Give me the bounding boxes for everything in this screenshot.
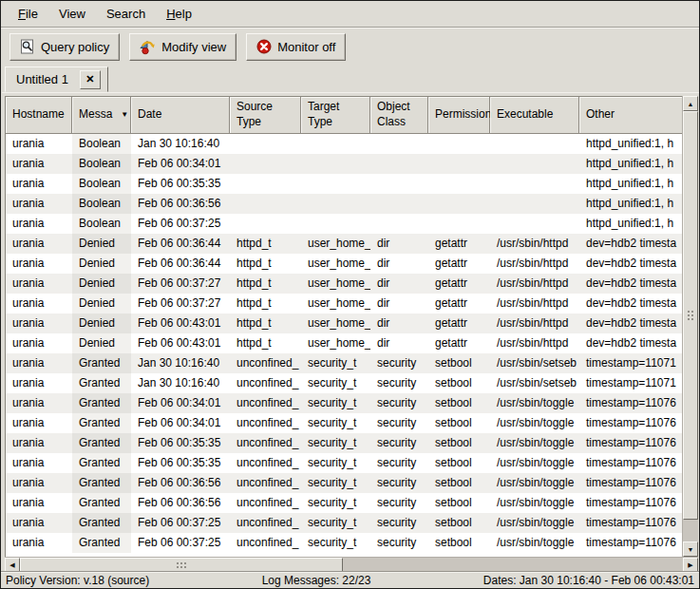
menu-search[interactable]: Search xyxy=(96,3,156,25)
table-cell: setbool xyxy=(428,453,490,473)
column-header-hostname[interactable]: Hostname xyxy=(6,97,72,133)
table-cell: urania xyxy=(6,154,72,174)
modify-view-button[interactable]: Modify view xyxy=(129,33,236,61)
vertical-scrollbar[interactable]: ▲ ▼ xyxy=(682,96,698,557)
menu-view[interactable]: View xyxy=(48,3,96,25)
table-row[interactable]: uraniaDeniedFeb 06 00:37:27httpd_tuser_h… xyxy=(6,274,682,294)
column-header-other[interactable]: Other xyxy=(579,97,682,133)
column-header-messa[interactable]: Messa▼ xyxy=(72,97,131,133)
table-cell: urania xyxy=(6,214,72,234)
table-row[interactable]: uraniaGrantedJan 30 10:16:40unconfined_s… xyxy=(6,373,682,393)
table-cell: unconfined_ xyxy=(230,373,301,393)
vertical-scroll-thumb[interactable] xyxy=(683,111,698,520)
table-row[interactable]: uraniaDeniedFeb 06 00:43:01httpd_tuser_h… xyxy=(6,333,682,353)
scroll-up-button[interactable]: ▲ xyxy=(683,96,698,111)
column-header-permission[interactable]: Permission xyxy=(428,97,490,133)
table-cell: /usr/sbin/toggle xyxy=(490,473,579,493)
column-header-date[interactable]: Date xyxy=(131,97,230,133)
table-cell: urania xyxy=(6,493,72,513)
table-row[interactable]: uraniaGrantedJan 30 10:16:40unconfined_s… xyxy=(6,353,682,373)
menu-help[interactable]: Help xyxy=(156,3,202,25)
table-cell: dir xyxy=(370,333,428,353)
table-row[interactable]: uraniaGrantedFeb 06 00:37:25unconfined_s… xyxy=(6,533,682,553)
column-header-label: Target Type xyxy=(308,100,339,129)
table-cell xyxy=(490,214,579,234)
table-cell: /usr/sbin/httpd xyxy=(490,274,579,294)
table-cell: getattr xyxy=(428,274,490,294)
close-icon: ✕ xyxy=(85,73,94,86)
table-cell: security_t xyxy=(301,533,370,553)
table-cell: dev=hdb2 timesta xyxy=(579,254,682,274)
column-header-label: Hostname xyxy=(12,107,65,123)
menu-file[interactable]: File xyxy=(8,3,48,25)
tab-untitled-1[interactable]: Untitled 1 ✕ xyxy=(5,66,108,92)
table-row[interactable]: uraniaGrantedFeb 06 00:35:35unconfined_s… xyxy=(6,453,682,473)
table-row[interactable]: uraniaGrantedFeb 06 00:36:56unconfined_s… xyxy=(6,493,682,513)
table-cell: getattr xyxy=(428,234,490,254)
table-row[interactable]: uraniaBooleanFeb 06 00:36:56httpd_unifie… xyxy=(6,194,682,214)
table-cell: Granted xyxy=(72,413,131,433)
table-cell xyxy=(428,194,490,214)
table-cell: /usr/sbin/toggle xyxy=(490,393,579,413)
table-row[interactable]: uraniaDeniedFeb 06 00:43:01httpd_tuser_h… xyxy=(6,314,682,333)
horizontal-scroll-thumb[interactable] xyxy=(20,558,343,572)
column-header-target-type[interactable]: Target Type xyxy=(301,97,370,133)
tab-bar: Untitled 1 ✕ xyxy=(1,64,699,92)
table-cell: /usr/sbin/httpd xyxy=(490,314,579,333)
tab-close-button[interactable]: ✕ xyxy=(80,70,101,89)
table-cell: Feb 06 00:37:27 xyxy=(131,274,230,294)
status-bar: Policy Version: v.18 (source) Log Messag… xyxy=(1,571,699,589)
table-cell: setbool xyxy=(428,433,490,453)
table-row[interactable]: uraniaBooleanFeb 06 00:34:01httpd_unifie… xyxy=(6,154,682,174)
table-row[interactable]: uraniaGrantedFeb 06 00:37:25unconfined_s… xyxy=(6,513,682,533)
table-cell: urania xyxy=(6,373,72,393)
policy-version-status: Policy Version: v.18 (source) xyxy=(6,574,149,587)
table-cell xyxy=(370,174,428,194)
table-cell: Feb 06 00:34:01 xyxy=(131,413,230,433)
table-cell: security xyxy=(370,453,428,473)
table-row[interactable]: uraniaBooleanJan 30 10:16:40httpd_unifie… xyxy=(6,134,682,154)
column-header-source-type[interactable]: Source Type xyxy=(230,97,301,133)
table-row[interactable]: uraniaDeniedFeb 06 00:36:44httpd_tuser_h… xyxy=(6,234,682,254)
menu-bar: FileViewSearchHelp xyxy=(1,1,699,28)
table-cell: urania xyxy=(6,413,72,433)
table-cell: security_t xyxy=(301,413,370,433)
scroll-down-button[interactable]: ▼ xyxy=(683,542,698,557)
table-cell: Granted xyxy=(72,533,131,553)
table-cell: timestamp=11076 xyxy=(579,473,682,493)
horizontal-scrollbar[interactable]: ◀ ▶ xyxy=(5,557,698,572)
query-policy-button[interactable]: Query policy xyxy=(9,33,120,61)
table-cell: httpd_t xyxy=(230,234,301,254)
table-cell: unconfined_ xyxy=(230,413,301,433)
column-header-object-class[interactable]: Object Class xyxy=(370,97,428,133)
table-cell: Feb 06 00:34:01 xyxy=(131,393,230,413)
table-row[interactable]: uraniaGrantedFeb 06 00:34:01unconfined_s… xyxy=(6,413,682,433)
table-row[interactable]: uraniaDeniedFeb 06 00:37:27httpd_tuser_h… xyxy=(6,294,682,314)
table-cell: Feb 06 00:36:56 xyxy=(131,493,230,513)
table-cell: Granted xyxy=(72,473,131,493)
table-cell: Jan 30 10:16:40 xyxy=(131,134,230,154)
log-message-table: HostnameMessa▼DateSource TypeTarget Type… xyxy=(5,96,682,557)
column-header-executable[interactable]: Executable xyxy=(490,97,579,133)
table-cell: security_t xyxy=(301,473,370,493)
table-row[interactable]: uraniaGrantedFeb 06 00:34:01unconfined_s… xyxy=(6,393,682,413)
table-cell: /usr/sbin/httpd xyxy=(490,254,579,274)
table-cell: unconfined_ xyxy=(230,493,301,513)
table-row[interactable]: uraniaGrantedFeb 06 00:35:35unconfined_s… xyxy=(6,433,682,453)
table-cell: dev=hdb2 timesta xyxy=(579,294,682,314)
table-cell: /usr/sbin/toggle xyxy=(490,433,579,453)
column-header-label: Source Type xyxy=(236,100,273,129)
column-header-label: Object Class xyxy=(377,100,410,129)
table-cell: Feb 06 00:36:56 xyxy=(131,473,230,493)
table-cell: timestamp=11076 xyxy=(579,413,682,433)
table-cell: Boolean xyxy=(72,174,131,194)
monitor-off-button[interactable]: Monitor off xyxy=(246,33,346,61)
table-row[interactable]: uraniaBooleanFeb 06 00:35:35httpd_unifie… xyxy=(6,174,682,194)
table-row[interactable]: uraniaBooleanFeb 06 00:37:25httpd_unifie… xyxy=(6,214,682,234)
table-row[interactable]: uraniaGrantedFeb 06 00:36:56unconfined_s… xyxy=(6,473,682,493)
table-cell: Boolean xyxy=(72,134,131,154)
table-row[interactable]: uraniaDeniedFeb 06 00:36:44httpd_tuser_h… xyxy=(6,254,682,274)
table-cell: dir xyxy=(370,274,428,294)
vertical-scroll-trough[interactable] xyxy=(683,520,698,542)
horizontal-scroll-trough[interactable] xyxy=(343,558,683,572)
